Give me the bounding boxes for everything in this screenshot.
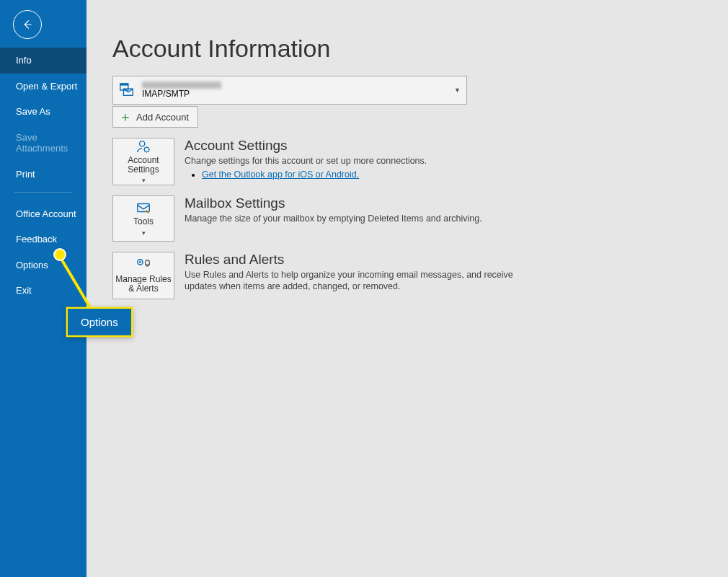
section-heading: Mailbox Settings xyxy=(185,195,482,211)
svg-point-3 xyxy=(140,141,145,146)
account-dropdown[interactable]: IMAP/SMTP ▼ xyxy=(112,76,467,105)
svg-point-7 xyxy=(139,261,141,263)
tile-label: Tools xyxy=(133,217,154,226)
sidebar-separator xyxy=(14,192,72,193)
section-text: Rules and Alerts Use Rules and Alerts to… xyxy=(185,252,523,299)
back-arrow-icon xyxy=(21,18,34,31)
callout-box: Options xyxy=(66,307,133,337)
section-text: Mailbox Settings Manage the size of your… xyxy=(185,195,482,242)
main-content: Account Information IMAP/SMTP ▼ ＋ Add Ac… xyxy=(86,0,728,577)
sidebar-label: Open & Export xyxy=(16,81,77,92)
sidebar-item-open-export[interactable]: Open & Export xyxy=(0,74,86,100)
calendar-mail-icon xyxy=(119,82,135,98)
section-desc: Manage the size of your mailbox by empty… xyxy=(185,213,482,224)
plus-icon: ＋ xyxy=(119,110,132,123)
section-mailbox-settings: Tools ▾ Mailbox Settings Manage the size… xyxy=(112,195,728,242)
page-title: Account Information xyxy=(112,35,728,63)
section-heading: Account Settings xyxy=(185,138,427,154)
chevron-down-icon: ▼ xyxy=(454,87,461,94)
section-account-settings: Account Settings ▾ Account Settings Chan… xyxy=(112,138,728,185)
account-info: IMAP/SMTP xyxy=(142,82,221,99)
section-text: Account Settings Change settings for thi… xyxy=(185,138,427,185)
svg-point-4 xyxy=(144,147,148,151)
chevron-down-icon: ▾ xyxy=(142,177,146,185)
account-email-redacted xyxy=(142,82,221,89)
button-label: Add Account xyxy=(136,112,189,123)
svg-rect-1 xyxy=(120,84,128,86)
chevron-down-icon: ▾ xyxy=(142,230,146,237)
tile-label: Account Settings xyxy=(113,156,174,175)
section-desc: Use Rules and Alerts to help organize yo… xyxy=(185,269,523,293)
sidebar-label: Exit xyxy=(16,285,32,296)
account-settings-tile[interactable]: Account Settings ▾ xyxy=(112,138,174,185)
sidebar-label: Save Attachments xyxy=(16,132,68,154)
sidebar-item-save-as[interactable]: Save As xyxy=(0,99,86,125)
section-desc: Change settings for this account or set … xyxy=(185,155,427,167)
add-account-button[interactable]: ＋ Add Account xyxy=(112,106,198,128)
back-button[interactable] xyxy=(13,10,42,39)
sidebar-item-office-account[interactable]: Office Account xyxy=(0,201,86,227)
sidebar-item-save-attachments: Save Attachments xyxy=(0,125,86,162)
tools-tile[interactable]: Tools ▾ xyxy=(112,195,174,242)
section-rules-alerts: Manage Rules & Alerts Rules and Alerts U… xyxy=(112,252,728,299)
sidebar-item-print[interactable]: Print xyxy=(0,162,86,188)
sidebar-label: Print xyxy=(16,169,35,180)
section-heading: Rules and Alerts xyxy=(185,252,523,268)
sidebar-label: Info xyxy=(16,55,32,66)
sidebar-label: Options xyxy=(16,260,48,270)
callout-label: Options xyxy=(81,316,118,328)
sidebar-item-info[interactable]: Info xyxy=(0,48,86,74)
svg-rect-5 xyxy=(138,204,150,212)
user-gear-icon xyxy=(136,138,151,154)
mailbox-tools-icon xyxy=(136,200,151,216)
callout-dot xyxy=(53,248,66,261)
outlook-app-link[interactable]: Get the Outlook app for iOS or Android. xyxy=(202,169,359,180)
rules-alerts-icon xyxy=(136,257,151,273)
sidebar-label: Office Account xyxy=(16,208,76,219)
sidebar-item-feedback[interactable]: Feedback xyxy=(0,226,86,252)
account-type: IMAP/SMTP xyxy=(142,89,221,99)
sidebar-label: Save As xyxy=(16,106,50,117)
sidebar-label: Feedback xyxy=(16,234,57,245)
